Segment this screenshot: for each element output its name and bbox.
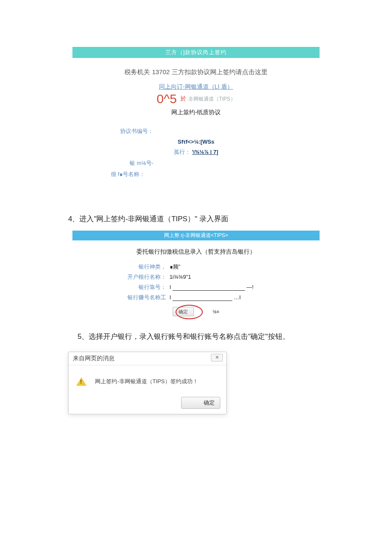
account-name-label: 很 f∎号名称： <box>72 171 145 178</box>
message-box-title: 来自网页的消息 <box>73 355 115 361</box>
fraction-text: ⅛≡ <box>213 309 219 314</box>
non-ebank-tips-link[interactable]: 非网银通道（TIPS） <box>188 96 236 102</box>
step-4-text: 4、进入"网上签约-非网银通道（TIPS）" 录入界面 <box>68 214 324 224</box>
protocol-no-label: 协议书编号： <box>72 127 153 135</box>
warning-icon <box>76 377 86 386</box>
bank-acct-name-suffix: …I <box>234 294 241 301</box>
section-header-1: 三方（]款协议尚上签约 <box>72 47 320 58</box>
bank-acct-input[interactable] <box>173 284 245 291</box>
yu-text: 於 <box>180 95 186 102</box>
message-box: 来自网页的消息 ✕ 网上签约-非网银通道（TIPS）签约成功！ 确定 <box>68 352 227 414</box>
protocol-no-value: Sfτf<>⅛:[WSs <box>178 139 214 145</box>
paper-agreement-line: 网上筮约-纸质协议 <box>72 109 320 116</box>
bank-acct-label: 银行靠号： <box>119 283 168 291</box>
gu-value: 'i⅝⅛⅞ | 7] <box>192 149 218 155</box>
bank-acct-name-prefix: I <box>170 294 171 301</box>
message-text: 网上签约-非网银通道（TIPS）签约成功！ <box>95 378 198 384</box>
open-bank-name-value: 1i¾¾9"1 <box>170 274 191 280</box>
gu-label: 孤行： <box>174 149 190 155</box>
bank-type-value: ∎频" <box>170 263 181 270</box>
tax-auth-line: 税务机关 13702 三方扣款协议网上签约请点击这里 <box>72 68 320 76</box>
close-icon[interactable]: ✕ <box>211 354 223 361</box>
bank-acct-name-label: 银行赚号名称工 <box>119 294 168 301</box>
entrust-title: 委托银行扣缴税信息录入（哲支持吉岛银行） <box>72 248 320 256</box>
section-header-2: 网上整 rj-非网银通道<TIPS> <box>72 231 320 240</box>
bank-acct-suffix: —! <box>247 284 254 290</box>
bank-acct-prefix: I <box>170 284 171 290</box>
step-5-text: 5、选择开户银行，录入银行账号和银行账号名称点击"确定"按钮。 <box>78 332 324 341</box>
confirm-button[interactable]: 确定 <box>173 307 194 316</box>
bank-no-label: 银 m⅛号- <box>72 159 153 167</box>
big-code: 0^5 <box>156 92 176 106</box>
ok-button[interactable]: 确定 <box>181 397 220 409</box>
open-bank-name-label: 开户根行名称： <box>119 273 168 281</box>
bank-acct-name-input[interactable] <box>173 295 232 301</box>
ebank-channel-link[interactable]: 同上向订-网银通道（LI 盾） <box>159 83 233 90</box>
bank-type-label: 银行神类， <box>119 263 168 271</box>
